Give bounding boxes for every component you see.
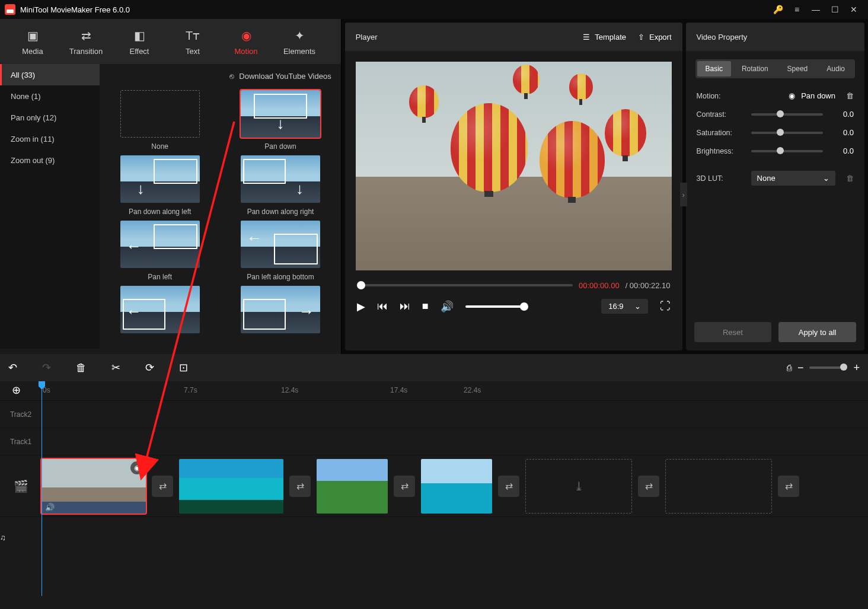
track-1[interactable]: Track1 xyxy=(0,428,868,455)
cat-panonly[interactable]: Pan only (12) xyxy=(0,107,100,128)
tab-speed[interactable]: Speed xyxy=(779,61,816,76)
transition-slot[interactable]: ⇄ xyxy=(498,476,519,497)
download-icon: ⎋ xyxy=(229,72,234,81)
lut-select[interactable]: None⌄ xyxy=(751,171,835,186)
drop-zone[interactable] xyxy=(665,459,772,514)
clip-3[interactable] xyxy=(317,459,388,514)
volume-slider[interactable] xyxy=(465,305,525,308)
minimize-icon[interactable]: — xyxy=(806,0,825,19)
ruler-mark: 12.4s xyxy=(281,386,298,394)
tab-audio[interactable]: Audio xyxy=(818,61,853,76)
tab-text[interactable]: TᴛText xyxy=(166,28,219,56)
playhead[interactable] xyxy=(42,381,42,596)
stop-icon[interactable]: ■ xyxy=(422,300,429,313)
apply-all-button[interactable]: Apply to all xyxy=(778,322,856,342)
transition-slot[interactable]: ⇄ xyxy=(638,476,659,497)
clip-4[interactable] xyxy=(421,459,492,514)
chevron-down-icon: ⌄ xyxy=(634,302,641,311)
add-track-button[interactable]: ⊕ xyxy=(12,384,25,397)
track-2[interactable]: Track2 xyxy=(0,400,868,428)
undo-icon[interactable]: ↶ xyxy=(8,361,17,374)
video-track[interactable]: 🎬 ◉ 🔊 ⇄ ⇄ ⇄ ⇄ ⤓ ⇄ ⇄ xyxy=(0,455,868,516)
lut-label: 3D LUT: xyxy=(697,174,745,183)
seek-track[interactable] xyxy=(357,284,573,286)
fullscreen-icon[interactable]: ⛶ xyxy=(660,300,671,313)
export-button[interactable]: ⇧Export xyxy=(638,33,672,42)
zoom-slider[interactable] xyxy=(809,366,847,369)
tab-motion[interactable]: ◉Motion xyxy=(219,28,273,56)
motion-extra-2[interactable]: → xyxy=(226,286,334,333)
prev-icon[interactable]: ⏮ xyxy=(377,300,388,313)
template-button[interactable]: ☰Template xyxy=(583,33,626,42)
cat-zoomout[interactable]: Zoom out (9) xyxy=(0,149,100,171)
aspect-ratio-select[interactable]: 16:9⌄ xyxy=(601,299,647,314)
video-track-icon: 🎬 xyxy=(0,479,42,493)
volume-icon[interactable]: 🔊 xyxy=(441,300,454,313)
trash-icon[interactable]: 🗑 xyxy=(846,174,854,183)
close-icon[interactable]: ✕ xyxy=(844,0,863,19)
panel-collapse-button[interactable]: › xyxy=(680,183,687,206)
split-icon[interactable]: ✂ xyxy=(111,361,120,374)
tab-elements[interactable]: ✦Elements xyxy=(273,28,326,56)
tab-rotation[interactable]: Rotation xyxy=(733,61,777,76)
transition-slot[interactable]: ⇄ xyxy=(778,476,799,497)
trash-icon[interactable]: 🗑 xyxy=(846,91,854,100)
motion-applied-icon: ◉ xyxy=(130,461,143,474)
play-icon[interactable]: ▶ xyxy=(357,300,365,313)
download-youtube-label: Download YouTube Videos xyxy=(239,72,331,81)
saturation-slider[interactable] xyxy=(751,132,823,134)
folder-icon: ▣ xyxy=(6,28,59,43)
clip-2[interactable] xyxy=(179,459,283,514)
tab-media[interactable]: ▣Media xyxy=(6,28,59,56)
app-title: MiniTool MovieMaker Free 6.0.0 xyxy=(20,5,130,14)
next-icon[interactable]: ⏭ xyxy=(400,300,410,313)
crop-icon[interactable]: ⊡ xyxy=(179,361,188,374)
delete-icon[interactable]: 🗑 xyxy=(76,362,87,374)
property-tabs: Basic Rotation Speed Audio xyxy=(695,59,855,78)
timeline-toolbar: ↶ ↷ 🗑 ✂ ⟳ ⊡ ⎙ − + xyxy=(0,354,868,381)
ruler-mark: 22.4s xyxy=(464,386,481,394)
property-panel: › Video Property Basic Rotation Speed Au… xyxy=(686,23,864,350)
transition-slot[interactable]: ⇄ xyxy=(152,476,173,497)
download-youtube-button[interactable]: ⎋ Download YouTube Videos xyxy=(229,72,331,81)
transition-slot[interactable]: ⇄ xyxy=(289,476,311,497)
motion-icon: ◉ xyxy=(219,28,273,43)
tab-basic[interactable]: Basic xyxy=(697,61,731,76)
menu-icon[interactable]: ≡ xyxy=(787,0,806,19)
motion-pan-left-bottom[interactable]: ←Pan left along bottom xyxy=(226,221,334,281)
zoom-out-icon[interactable]: − xyxy=(797,362,804,374)
reset-button[interactable]: Reset xyxy=(694,322,772,342)
brightness-value: 0.0 xyxy=(829,146,854,155)
motion-grid[interactable]: None ↓Pan down ↓Pan down along left ↓Pan… xyxy=(100,88,341,349)
maximize-icon[interactable]: ☐ xyxy=(825,0,844,19)
video-preview[interactable] xyxy=(356,62,672,270)
contrast-slider[interactable] xyxy=(751,113,823,116)
zoom-in-icon[interactable]: + xyxy=(853,362,860,374)
brightness-slider[interactable] xyxy=(751,150,823,152)
transition-slot[interactable]: ⇄ xyxy=(394,476,415,497)
tab-transition[interactable]: ⇄Transition xyxy=(59,28,113,56)
music-track[interactable]: ♫ xyxy=(0,516,868,558)
speed-icon[interactable]: ⟳ xyxy=(145,361,154,374)
motion-none[interactable]: None xyxy=(106,90,214,151)
clip-1[interactable]: ◉ 🔊 xyxy=(42,459,146,514)
motion-pan-down-right[interactable]: ↓Pan down along right xyxy=(226,155,334,216)
cat-none[interactable]: None (1) xyxy=(0,85,100,107)
arrow-left-icon: ← xyxy=(126,237,142,256)
motion-pan-left[interactable]: ←Pan left xyxy=(106,221,214,281)
effect-icon: ◧ xyxy=(113,28,166,43)
drop-zone[interactable]: ⤓ xyxy=(525,459,632,514)
cat-zoomin[interactable]: Zoom in (11) xyxy=(0,128,100,149)
cat-all[interactable]: All (33) xyxy=(0,64,100,85)
tab-effect[interactable]: ◧Effect xyxy=(113,28,166,56)
motion-pan-down-left[interactable]: ↓Pan down along left xyxy=(106,155,214,216)
key-icon[interactable]: 🔑 xyxy=(768,0,787,19)
redo-icon[interactable]: ↷ xyxy=(42,361,51,374)
saturation-label: Saturation: xyxy=(697,129,745,137)
elements-icon: ✦ xyxy=(273,28,326,43)
player-title: Player xyxy=(356,33,378,42)
timeline-ruler[interactable]: ⊕ 0s 7.7s 12.4s 17.4s 22.4s xyxy=(0,381,868,400)
fit-icon[interactable]: ⎙ xyxy=(787,363,792,372)
motion-extra-1[interactable]: ← xyxy=(106,286,214,333)
motion-pan-down[interactable]: ↓Pan down xyxy=(226,90,334,151)
